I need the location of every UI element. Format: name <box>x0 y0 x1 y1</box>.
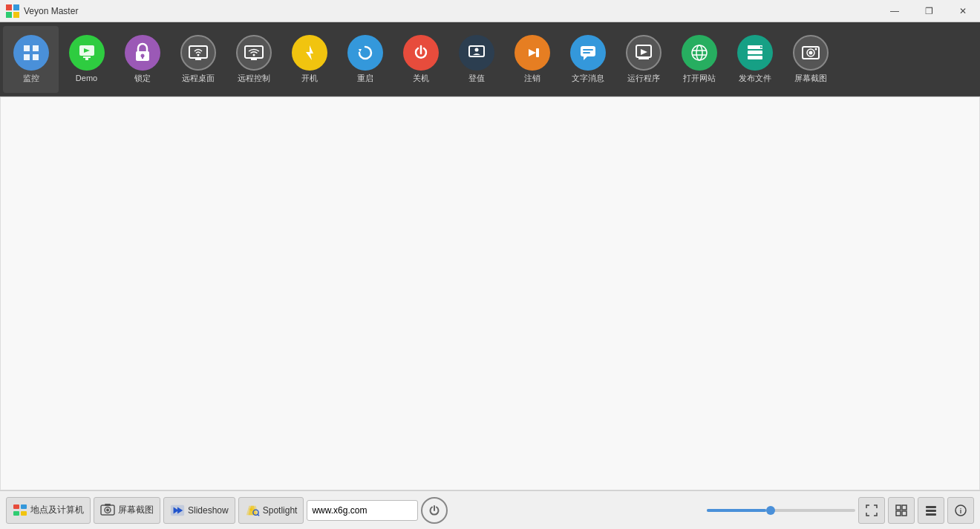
statusbar: 地点及计算机 屏幕截图 Slideshow <box>0 490 980 529</box>
grid-view-button[interactable] <box>888 497 915 524</box>
toolbar-item-openweb[interactable]: 打开网站 <box>671 26 727 93</box>
openweb-icon <box>682 35 717 71</box>
screenshot-label: 屏幕截图 <box>794 74 827 83</box>
svg-rect-33 <box>638 58 649 59</box>
titlebar: Veyon Master — ❐ ✕ <box>0 0 980 22</box>
svg-point-24 <box>474 48 478 51</box>
zoom-slider[interactable] <box>707 509 855 512</box>
monitor-label: 监控 <box>23 74 39 83</box>
svg-rect-63 <box>902 505 906 510</box>
close-button[interactable]: ✕ <box>946 0 980 22</box>
toolbar-item-remoctrl[interactable]: 远程控制 <box>226 26 281 93</box>
svg-marker-28 <box>584 56 587 60</box>
location-button[interactable]: 地点及计算机 <box>6 497 91 524</box>
lock-icon <box>125 35 160 71</box>
toolbar-item-runprog[interactable]: 运行程序 <box>615 26 671 93</box>
svg-rect-67 <box>926 510 936 512</box>
svg-rect-11 <box>85 58 88 60</box>
runprog-icon <box>626 35 662 71</box>
distribute-label: 发布文件 <box>739 74 771 83</box>
fullscreen-button[interactable] <box>858 497 885 524</box>
remoctrl-icon <box>236 35 272 71</box>
toolbar-item-demo[interactable]: Demo <box>59 26 114 93</box>
runprog-label: 运行程序 <box>627 74 660 83</box>
remotedesk-icon <box>180 35 216 71</box>
svg-rect-48 <box>13 511 19 516</box>
svg-rect-26 <box>536 48 539 57</box>
svg-rect-27 <box>581 46 595 56</box>
login-icon <box>459 35 494 71</box>
power-button[interactable] <box>421 497 448 524</box>
svg-marker-21 <box>306 45 313 60</box>
list-view-button[interactable] <box>918 497 944 524</box>
svg-point-44 <box>808 51 812 54</box>
app-logo <box>6 4 19 18</box>
svg-rect-10 <box>83 56 91 58</box>
reboot-icon <box>347 35 383 71</box>
login-label: 登值 <box>468 74 485 83</box>
demo-icon <box>69 35 105 71</box>
svg-marker-22 <box>359 49 362 52</box>
textmsg-icon <box>570 35 606 71</box>
svg-point-19 <box>252 53 255 56</box>
url-input[interactable] <box>307 500 418 521</box>
slideshow-button[interactable]: Slideshow <box>163 497 235 524</box>
svg-rect-47 <box>21 504 27 509</box>
svg-rect-4 <box>24 45 30 51</box>
reboot-label: 重启 <box>357 74 373 83</box>
location-icon <box>13 503 27 518</box>
svg-rect-49 <box>21 511 27 516</box>
svg-rect-68 <box>926 513 936 516</box>
svg-marker-25 <box>529 49 536 56</box>
svg-rect-1 <box>13 4 19 10</box>
svg-rect-39 <box>748 51 762 54</box>
toolbar-item-logout[interactable]: 注销 <box>504 26 560 93</box>
slider-thumb <box>766 506 775 515</box>
info-button[interactable]: i <box>947 497 974 524</box>
statusbar-screenshot-button[interactable]: 屏幕截图 <box>94 497 160 524</box>
toolbar-item-poweron[interactable]: 开机 <box>281 26 337 93</box>
window-controls: — ❐ ✕ <box>878 0 980 22</box>
toolbar-item-textmsg[interactable]: 文字消息 <box>560 26 615 93</box>
toolbar-item-reboot[interactable]: 重启 <box>337 26 393 93</box>
svg-point-52 <box>106 508 109 511</box>
svg-rect-2 <box>6 12 12 18</box>
openweb-label: 打开网站 <box>683 74 716 83</box>
textmsg-label: 文字消息 <box>572 74 604 83</box>
minimize-button[interactable]: — <box>878 0 912 22</box>
demo-label: Demo <box>76 74 97 83</box>
spotlight-button[interactable]: Spotlight <box>238 497 304 524</box>
svg-rect-7 <box>33 54 39 60</box>
slideshow-icon <box>170 503 185 518</box>
svg-line-60 <box>258 514 259 516</box>
toolbar-item-monitor[interactable]: 监控 <box>3 26 59 93</box>
screenshot-icon <box>793 35 829 71</box>
toolbar-item-login[interactable]: 登值 <box>448 26 504 93</box>
toolbar-item-remotedesk[interactable]: 远程桌面 <box>170 26 226 93</box>
svg-rect-62 <box>896 505 901 510</box>
toolbar-item-shutdown[interactable]: 关机 <box>393 26 448 93</box>
logout-label: 注销 <box>524 74 540 83</box>
svg-rect-17 <box>195 59 201 60</box>
maximize-button[interactable]: ❐ <box>912 0 946 22</box>
remoctrl-label: 远程控制 <box>238 74 270 83</box>
monitor-icon <box>13 35 49 71</box>
remotedesk-label: 远程桌面 <box>182 74 215 83</box>
svg-point-45 <box>814 48 817 50</box>
svg-rect-53 <box>105 504 111 506</box>
toolbar-item-screenshot[interactable]: 屏幕截图 <box>783 26 838 93</box>
spotlight-icon <box>245 503 260 518</box>
statusbar-screenshot-label: 屏幕截图 <box>118 504 154 516</box>
toolbar-item-distribute[interactable]: 发布文件 <box>727 26 783 93</box>
main-toolbar: 监控 Demo 锁定 <box>0 22 980 97</box>
toolbar-item-lock[interactable]: 锁定 <box>114 26 170 93</box>
svg-rect-14 <box>142 56 143 59</box>
svg-rect-3 <box>13 12 19 18</box>
spotlight-label: Spotlight <box>263 505 298 516</box>
statusbar-screenshot-icon <box>100 503 115 518</box>
svg-rect-29 <box>583 49 593 51</box>
lock-label: 锁定 <box>134 74 151 83</box>
svg-point-16 <box>197 53 199 56</box>
svg-rect-65 <box>902 511 906 516</box>
slider-track <box>707 509 855 512</box>
